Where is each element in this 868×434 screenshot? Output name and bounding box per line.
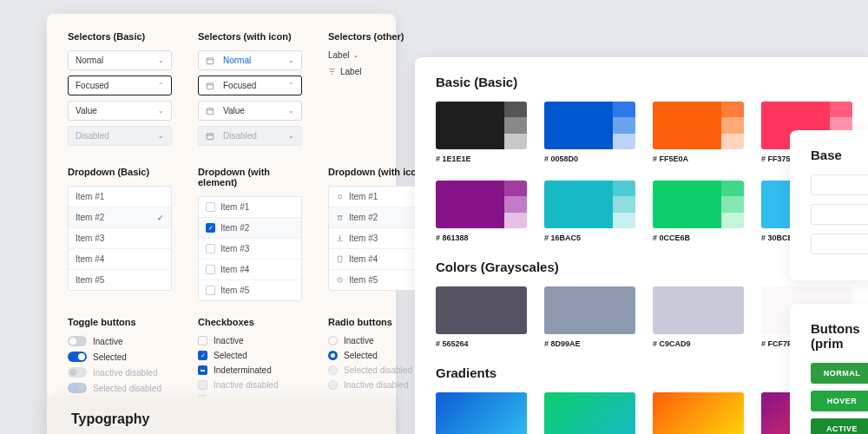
dropdown-item[interactable]: Item #3 xyxy=(69,228,171,249)
dropdown-basic: Item #1 Item #2✓ Item #3 Item #4 Item #5 xyxy=(68,186,172,291)
download-icon xyxy=(336,234,344,242)
heading-selectors-icon: Selectors (with icon) xyxy=(198,31,302,42)
chevron-down-icon: ⌄ xyxy=(288,107,294,115)
heading-toggles: Toggle buttons xyxy=(68,317,172,327)
checkbox-icon xyxy=(206,202,215,212)
radio-disabled-icon xyxy=(328,380,338,390)
heading-checkboxes: Checkboxes xyxy=(198,317,302,327)
gear-icon xyxy=(336,193,344,201)
toggle-on-disabled xyxy=(68,383,87,393)
chevron-down-icon: ⌄ xyxy=(288,56,294,64)
swatch-hex: # C9CAD9 xyxy=(653,339,744,348)
select-icon-disabled: Disabled⌄ xyxy=(198,126,302,146)
dropdown-element: Item #1 ✓Item #2 Item #3 Item #4 Item #5 xyxy=(198,196,302,301)
dropdown-item[interactable]: ✓Item #2 xyxy=(199,218,301,239)
color-swatch: # 16BAC5 xyxy=(544,181,635,242)
color-swatch: # 0CCE6B xyxy=(653,181,744,242)
toggle-on[interactable] xyxy=(68,352,87,362)
heading-buttons: Buttons (prim xyxy=(811,321,868,351)
toggle-row: Inactive disabled xyxy=(68,367,172,378)
dropdown-item[interactable]: Item #5 xyxy=(199,280,301,300)
calendar-icon xyxy=(206,82,214,90)
checkbox-icon xyxy=(206,286,215,295)
svg-rect-2 xyxy=(207,108,214,114)
color-swatch: # 8D99AE xyxy=(544,286,635,348)
select-icon-focused[interactable]: Focused⌃ xyxy=(198,76,302,95)
svg-point-4 xyxy=(338,194,342,199)
mini-select-label[interactable]: Label⌄ xyxy=(328,50,406,60)
base-panel: Base xyxy=(790,130,868,280)
radio-checked-icon[interactable] xyxy=(328,351,338,360)
dropdown-item[interactable]: Item #4 xyxy=(199,260,301,280)
filter-icon xyxy=(328,68,336,76)
chevron-down-icon: ⌄ xyxy=(158,132,164,140)
color-swatch: # FF5E0A xyxy=(653,102,744,163)
base-input[interactable] xyxy=(811,174,868,195)
checkbox-indeterminate-icon[interactable] xyxy=(198,365,207,375)
checkbox-row[interactable]: ✓Selected xyxy=(198,351,302,360)
gradient-swatch xyxy=(544,392,635,434)
checkbox-icon xyxy=(206,244,215,253)
checkbox-icon[interactable] xyxy=(198,336,207,345)
select-focused[interactable]: Focused⌃ xyxy=(68,76,172,95)
base-input[interactable] xyxy=(811,204,868,225)
checkbox-row[interactable]: Indeterminated xyxy=(198,365,302,375)
dropdown-item[interactable]: Item #2✓ xyxy=(69,207,171,228)
button-normal[interactable]: NORMAL xyxy=(811,363,868,384)
color-swatch: # 0058D0 xyxy=(544,102,635,163)
chevron-down-icon: ⌄ xyxy=(158,56,164,64)
checkbox-checked-icon[interactable]: ✓ xyxy=(198,351,207,360)
svg-rect-5 xyxy=(338,256,342,262)
select-normal[interactable]: Normal⌄ xyxy=(68,50,172,70)
dropdown-item[interactable]: Item #5 xyxy=(69,270,171,290)
clock-icon xyxy=(336,276,344,284)
swatch-hex: # 1E1E1E xyxy=(436,155,527,163)
base-input[interactable] xyxy=(811,233,868,254)
svg-rect-3 xyxy=(207,133,214,139)
checkbox-disabled-icon xyxy=(198,380,207,390)
swatch-hex: # 0CCE6B xyxy=(653,233,744,242)
heading-dropdown-element: Dropdown (with element) xyxy=(198,167,302,187)
document-icon xyxy=(336,255,344,263)
select-icon-normal[interactable]: Normal⌄ xyxy=(198,50,302,70)
dropdown-item[interactable]: Item #3 xyxy=(199,239,301,260)
color-swatch: # 1E1E1E xyxy=(436,102,527,163)
heading-dropdown-basic: Dropdown (Basic) xyxy=(68,167,172,177)
toggle-off[interactable] xyxy=(68,336,87,346)
select-icon-value[interactable]: Value⌄ xyxy=(198,101,302,121)
checkbox-icon xyxy=(206,265,215,274)
toggle-row[interactable]: Inactive xyxy=(68,336,172,346)
chevron-down-icon: ⌄ xyxy=(288,132,294,140)
checkbox-row: Inactive disabled xyxy=(198,380,302,390)
dropdown-item[interactable]: Item #1 xyxy=(69,187,171,207)
svg-rect-0 xyxy=(207,57,214,63)
select-value[interactable]: Value⌄ xyxy=(68,101,172,121)
chevron-up-icon: ⌃ xyxy=(158,82,164,89)
heading-selectors-other: Selectors (other) xyxy=(328,31,406,42)
chevron-down-icon: ⌄ xyxy=(158,107,164,115)
trash-icon xyxy=(336,214,344,221)
dropdown-item[interactable]: Item #1 xyxy=(199,197,301,218)
swatch-hex: # 565264 xyxy=(436,339,527,348)
checkbox-row[interactable]: Inactive xyxy=(198,336,302,345)
dropdown-item[interactable]: Item #4 xyxy=(69,249,171,270)
swatch-hex: # FF5E0A xyxy=(653,155,744,163)
typography-panel: Typography xyxy=(47,396,396,434)
gradient-swatch xyxy=(653,392,744,434)
chevron-up-icon: ⌃ xyxy=(288,82,294,89)
button-active[interactable]: ACTIVE xyxy=(811,418,868,434)
swatch-hex: # 16BAC5 xyxy=(544,233,635,242)
calendar-icon xyxy=(206,107,214,115)
color-swatch: # 565264 xyxy=(436,286,527,348)
mini-select-filter[interactable]: Label xyxy=(328,67,406,76)
radio-icon[interactable] xyxy=(328,336,338,345)
swatch-hex: # 0058D0 xyxy=(544,155,635,163)
swatch-hex: # 861388 xyxy=(436,233,527,242)
button-hover[interactable]: HOVER xyxy=(811,391,868,411)
chevron-down-icon: ⌄ xyxy=(353,52,358,59)
calendar-icon xyxy=(206,132,214,141)
radio-disabled-icon xyxy=(328,365,338,375)
typography-title: Typography xyxy=(71,411,372,427)
selectors-panel: Selectors (Basic) Normal⌄ Focused⌃ Value… xyxy=(47,14,396,434)
toggle-row[interactable]: Selected xyxy=(68,352,172,362)
